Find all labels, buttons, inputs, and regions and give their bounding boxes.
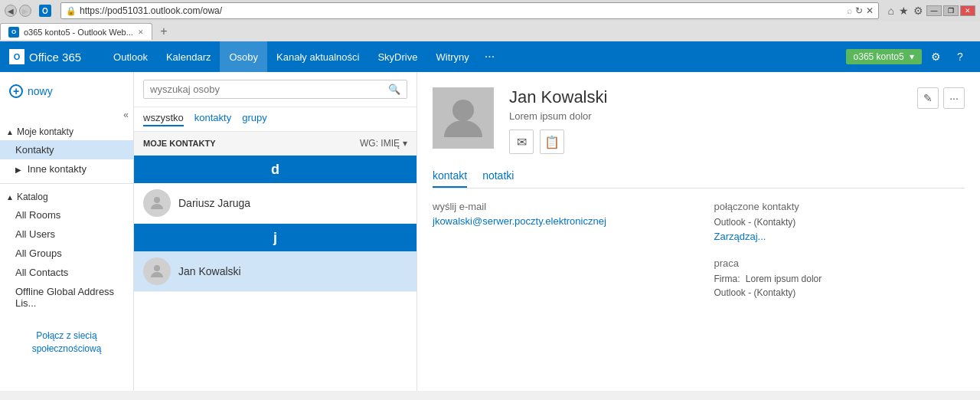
contact-avatar-dariusz <box>143 189 171 217</box>
nav-skydrive[interactable]: SkyDrive <box>368 41 426 72</box>
catalog-label: Katalog <box>17 192 48 202</box>
back-button[interactable]: ◀ <box>5 5 17 17</box>
tab-close-icon[interactable]: ✕ <box>138 28 144 36</box>
contact-name-jan: Jan Kowalski <box>178 265 241 277</box>
favorites-icon[interactable]: ★ <box>899 5 909 17</box>
edit-icon: ✎ <box>923 92 933 104</box>
search-icon[interactable]: 🔍 <box>388 84 400 95</box>
edit-contact-button[interactable]: ✎ <box>917 87 939 109</box>
detail-header-buttons: ✎ ··· <box>917 87 965 109</box>
sidebar: + nowy « ▲ Moje kontakty Kontakty ▶ Inne… <box>0 72 134 391</box>
url-text: https://pod51031.outlook.com/owa/ <box>80 5 844 16</box>
contact-item-dariusz[interactable]: Dariusz Jaruga <box>134 183 416 224</box>
plus-icon: + <box>9 84 23 98</box>
catalog-arrow: ▲ <box>6 193 14 202</box>
filter-tab-all[interactable]: wszystko <box>143 112 184 126</box>
new-label: nowy <box>28 85 53 97</box>
search-icon: ⌕ <box>847 5 852 16</box>
minimize-button[interactable]: — <box>926 5 942 16</box>
address-bar[interactable]: 🔒 https://pod51031.outlook.com/owa/ ⌕ ↻ … <box>60 2 879 19</box>
restore-button[interactable]: ❐ <box>943 5 959 16</box>
more-icon: ··· <box>949 92 959 104</box>
svg-point-1 <box>154 265 160 271</box>
refresh-icon[interactable]: ↻ <box>855 5 863 16</box>
send-email-button[interactable]: ✉ <box>509 130 534 154</box>
search-input[interactable] <box>150 84 384 95</box>
tab-label: o365 konto5 - Outlook Web... <box>24 28 133 37</box>
close-nav-icon[interactable]: ✕ <box>866 5 874 16</box>
main-layout: + nowy « ▲ Moje kontakty Kontakty ▶ Inne… <box>0 72 980 391</box>
sort-control[interactable]: WG: IMIĘ ▾ <box>360 138 407 149</box>
email-icon: ✉ <box>517 135 527 149</box>
my-contacts-section: ▲ Moje kontakty Kontakty ▶ Inne kontakty <box>0 123 133 179</box>
collapse-sidebar-button[interactable]: « <box>123 110 129 120</box>
home-icon[interactable]: ⌂ <box>888 5 894 17</box>
nav-kanaly[interactable]: Kanały aktualności <box>267 41 368 72</box>
user-badge[interactable]: o365 konto5 ▾ <box>846 49 922 64</box>
sidebar-item-all-contacts[interactable]: All Contacts <box>0 263 133 282</box>
my-contacts-header-label: MOJE KONTAKTY <box>143 139 216 148</box>
detail-name-block: Jan Kowalski Lorem ipsum dolor ✉ 📋 <box>509 87 965 154</box>
detail-subtitle: Lorem ipsum dolor <box>509 110 965 122</box>
calendar-button[interactable]: 📋 <box>540 130 564 154</box>
my-contacts-arrow: ▲ <box>6 128 14 136</box>
letter-divider-j: j <box>134 224 416 251</box>
office365-logo: O Office 365 <box>9 49 81 64</box>
connected-contacts-title: połączone kontakty <box>714 201 965 212</box>
nav-links: Outlook Kalendarz Osoby Kanały aktualnoś… <box>104 41 845 72</box>
sidebar-item-offline-gal[interactable]: Offline Global Address Lis... <box>0 282 133 313</box>
contact-list-header: MOJE KONTAKTY WG: IMIĘ ▾ <box>134 132 416 156</box>
tab-notes[interactable]: notatki <box>482 169 514 188</box>
sidebar-item-all-groups[interactable]: All Groups <box>0 244 133 263</box>
contact-item-jan[interactable]: Jan Kowalski <box>134 251 416 292</box>
detail-avatar <box>433 87 494 149</box>
close-button[interactable]: ✕ <box>960 5 975 16</box>
new-contact-button[interactable]: + nowy <box>0 80 133 103</box>
filter-tabs: wszystko kontakty grupy <box>134 107 416 132</box>
nav-kalendarz[interactable]: Kalendarz <box>157 41 220 72</box>
logo-icon: O <box>9 49 24 64</box>
social-connect-link[interactable]: Połącz z siecią społecznościową <box>0 325 133 360</box>
email-field-value[interactable]: jkowalski@serwer.poczty.elektronicznej <box>433 215 684 227</box>
detail-actions: ✉ 📋 <box>509 130 965 154</box>
sidebar-item-contacts[interactable]: Kontakty <box>0 140 133 159</box>
letter-divider-d: d <box>134 156 416 183</box>
help-button[interactable]: ? <box>949 46 971 67</box>
nav-outlook[interactable]: Outlook <box>104 41 157 72</box>
sidebar-item-all-rooms[interactable]: All Rooms <box>0 205 133 225</box>
nav-osoby[interactable]: Osoby <box>220 41 267 72</box>
detail-col-right: połączone kontakty Outlook - (Kontakty) … <box>714 201 965 313</box>
catalog-header[interactable]: ▲ Katalog <box>0 189 133 205</box>
browser-settings-icon[interactable]: ⚙ <box>913 5 923 17</box>
sidebar-item-all-users[interactable]: All Users <box>0 225 133 244</box>
browser-chrome: ◀ ▶ O 🔒 https://pod51031.outlook.com/owa… <box>0 0 980 41</box>
forward-button[interactable]: ▶ <box>19 5 31 17</box>
connected-source: Outlook - (Kontakty) <box>714 217 965 228</box>
sidebar-item-other-contacts[interactable]: ▶ Inne kontakty <box>0 159 133 179</box>
active-tab[interactable]: O o365 konto5 - Outlook Web... ✕ <box>0 23 152 40</box>
company-row: Firma: Lorem ipsum dolor <box>714 274 965 284</box>
filter-tab-groups[interactable]: grupy <box>242 112 267 126</box>
detail-panel: Jan Kowalski Lorem ipsum dolor ✉ 📋 ✎ <box>417 72 980 391</box>
manage-link[interactable]: Zarządzaj... <box>714 231 965 242</box>
other-contacts-label: Inne kontakty <box>28 163 87 175</box>
logo-text: Office 365 <box>29 51 81 64</box>
outlook-source: Outlook - (Kontakty) <box>714 287 965 298</box>
gear-button[interactable]: ⚙ <box>925 46 946 67</box>
contact-name-dariusz: Dariusz Jaruga <box>178 197 250 209</box>
sort-label: WG: IMIĘ <box>360 138 400 149</box>
app: O Office 365 Outlook Kalendarz Osoby Kan… <box>0 41 980 391</box>
work-block: praca Firma: Lorem ipsum dolor Outlook -… <box>714 257 965 298</box>
nav-more-button[interactable]: ··· <box>479 50 501 64</box>
top-nav: O Office 365 Outlook Kalendarz Osoby Kan… <box>0 41 980 72</box>
sort-arrow-icon: ▾ <box>403 138 407 149</box>
nav-witryny[interactable]: Witryny <box>426 41 478 72</box>
new-tab-button[interactable]: + <box>152 23 175 40</box>
detail-name: Jan Kowalski <box>509 87 965 107</box>
detail-content: wyślij e-mail jkowalski@serwer.poczty.el… <box>433 201 965 313</box>
filter-tab-contacts[interactable]: kontakty <box>194 112 231 126</box>
tab-contact[interactable]: kontakt <box>433 169 467 188</box>
more-options-button[interactable]: ··· <box>943 87 965 109</box>
company-label: Firma: <box>714 274 740 284</box>
my-contacts-header[interactable]: ▲ Moje kontakty <box>0 123 133 140</box>
